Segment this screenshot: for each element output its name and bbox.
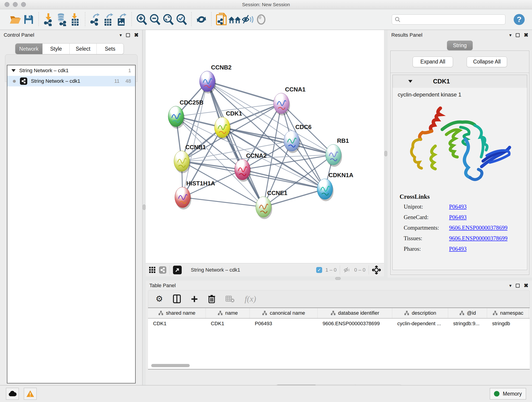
help-button[interactable]: ?: [513, 13, 525, 26]
fit-content-crosshair-icon[interactable]: [372, 266, 381, 274]
minimize-window-button[interactable]: [13, 2, 18, 7]
stringify-network-button[interactable]: [215, 12, 228, 27]
network-node-HIST1H1A[interactable]: HIST1H1A: [175, 180, 215, 210]
search-input[interactable]: [400, 17, 502, 22]
table-cell[interactable]: cyclin-dependent ...: [392, 321, 448, 327]
close-panel-icon[interactable]: ✖: [134, 32, 139, 38]
show-columns-icon[interactable]: [173, 294, 181, 303]
network-view-canvas[interactable]: CCNB2CCNA1CDC25BCDK1CDC6RB1CCNB1CCNA2CDK…: [146, 30, 384, 263]
column-header-database-identifier[interactable]: database identifier: [317, 308, 392, 318]
table-cell[interactable]: stringdb:9...: [448, 321, 487, 327]
table-options-gear-icon[interactable]: ⚙: [156, 295, 163, 303]
close-panel-icon[interactable]: ✖: [524, 283, 528, 288]
refresh-button[interactable]: [195, 12, 208, 27]
network-row[interactable]: String Network – cdk1 11 48: [7, 76, 135, 86]
network-edge-CCNB2-CCNA1[interactable]: [207, 81, 281, 103]
table-cell[interactable]: P06493: [250, 321, 317, 327]
export-table-button[interactable]: [102, 12, 115, 27]
tab-string[interactable]: String: [447, 41, 473, 50]
import-network-file-button[interactable]: [42, 12, 55, 27]
table-cell[interactable]: CDK1: [206, 321, 250, 327]
node-table: shared namenamecanonical namedatabase id…: [148, 307, 530, 370]
zoom-fit-button[interactable]: [162, 12, 175, 27]
network-edge-CCNB2-CCNE1[interactable]: [207, 81, 264, 207]
zoom-selected-button[interactable]: [175, 12, 188, 27]
maximize-panel-icon[interactable]: [516, 33, 520, 37]
network-node-CDKN1A[interactable]: CDKN1A: [317, 172, 354, 201]
zoom-out-button[interactable]: [148, 12, 162, 27]
crosslink-link[interactable]: 9606.ENSP00000378699: [449, 235, 507, 242]
table-cell[interactable]: CDK1: [148, 321, 206, 327]
delete-column-trash-icon[interactable]: [208, 294, 215, 303]
float-panel-icon[interactable]: ▾: [509, 283, 512, 288]
hidden-eye-icon[interactable]: [343, 267, 351, 274]
import-table-icon: [70, 13, 80, 26]
memory-button[interactable]: Memory: [490, 388, 526, 400]
column-header-@id[interactable]: @id: [448, 308, 487, 318]
column-header-description[interactable]: description: [392, 308, 448, 318]
detach-view-button[interactable]: [173, 266, 182, 274]
zoom-fit-icon: [162, 13, 174, 26]
tab-sets[interactable]: Sets: [96, 44, 123, 54]
warning-status-button[interactable]: [24, 388, 37, 400]
network-badge-icon[interactable]: [159, 266, 166, 274]
close-panel-icon[interactable]: ✖: [524, 32, 528, 38]
crosslink-link[interactable]: P06493: [449, 214, 467, 220]
table-row[interactable]: CDK1CDK1P064939606.ENSP00000378699cyclin…: [148, 319, 530, 329]
gene-header[interactable]: CDK1: [393, 75, 527, 88]
toolbar-divider: [132, 12, 132, 27]
left-splitter-handle[interactable]: [143, 204, 146, 210]
tab-style[interactable]: Style: [42, 44, 70, 54]
crosslink-link[interactable]: P06493: [449, 246, 467, 252]
hide-glass-button[interactable]: [241, 12, 254, 27]
crosslink-link[interactable]: 9606.ENSP00000378699: [449, 225, 507, 231]
collection-expander-icon[interactable]: [12, 69, 16, 72]
network-edge-CDC6-CCNE1[interactable]: [264, 141, 292, 207]
show-glass-button[interactable]: [254, 12, 268, 27]
right-splitter-handle[interactable]: [385, 151, 387, 156]
import-table-file-button[interactable]: [69, 12, 82, 27]
column-header-name[interactable]: name: [206, 308, 250, 318]
open-session-button[interactable]: [9, 12, 22, 27]
export-network-button[interactable]: [89, 12, 102, 27]
gene-expander-icon[interactable]: [408, 80, 412, 83]
selected-checkbox-icon[interactable]: ✓: [316, 267, 322, 273]
zoom-in-button[interactable]: [135, 12, 148, 27]
network-edge-CCNA2-CDKN1A[interactable]: [242, 170, 325, 189]
import-network-database-button[interactable]: [55, 12, 69, 27]
network-node-RB1[interactable]: RB1: [326, 137, 349, 167]
function-builder-icon[interactable]: f(x): [245, 294, 256, 304]
search-box[interactable]: [392, 14, 505, 25]
cloud-status-button[interactable]: [6, 388, 19, 400]
table-cell[interactable]: 9606.ENSP00000378699: [317, 321, 392, 327]
string-home-button[interactable]: [228, 12, 241, 27]
save-session-button[interactable]: [22, 12, 35, 27]
control-panel-title: Control Panel: [4, 32, 34, 38]
column-label: namespac: [500, 310, 524, 316]
delete-table-icon[interactable]: [225, 295, 234, 303]
create-column-plus-icon[interactable]: +: [191, 293, 198, 305]
bottom-splitter-handle[interactable]: [335, 277, 341, 280]
float-panel-icon[interactable]: ▾: [509, 33, 512, 37]
zoom-window-button[interactable]: [21, 2, 26, 7]
column-header-namespac[interactable]: namespac: [487, 308, 529, 318]
tab-network[interactable]: Network: [15, 44, 42, 54]
expand-all-button[interactable]: Expand All: [413, 57, 453, 67]
collapse-all-button[interactable]: Collapse All: [467, 57, 507, 67]
maximize-panel-icon[interactable]: [126, 33, 130, 37]
column-header-shared-name[interactable]: shared name: [148, 308, 206, 318]
network-edge-HIST1H1A-CCNE1[interactable]: [183, 197, 264, 207]
horizontal-scrollbar[interactable]: [151, 364, 190, 367]
export-image-button[interactable]: [115, 12, 128, 27]
network-node-CCNB1[interactable]: CCNB1: [174, 144, 206, 173]
grid-view-icon[interactable]: [149, 267, 156, 274]
network-collection-row[interactable]: String Network – cdk1 1: [7, 65, 135, 76]
table-cell[interactable]: stringdb: [487, 321, 529, 327]
close-window-button[interactable]: [5, 2, 9, 7]
maximize-panel-icon[interactable]: [516, 284, 520, 288]
crosslink-link[interactable]: P06493: [449, 204, 467, 210]
column-header-canonical-name[interactable]: canonical name: [250, 308, 317, 318]
tab-select[interactable]: Select: [70, 44, 96, 54]
network-edge-CCNB2-RB1[interactable]: [207, 81, 333, 155]
float-panel-icon[interactable]: ▾: [120, 33, 122, 37]
